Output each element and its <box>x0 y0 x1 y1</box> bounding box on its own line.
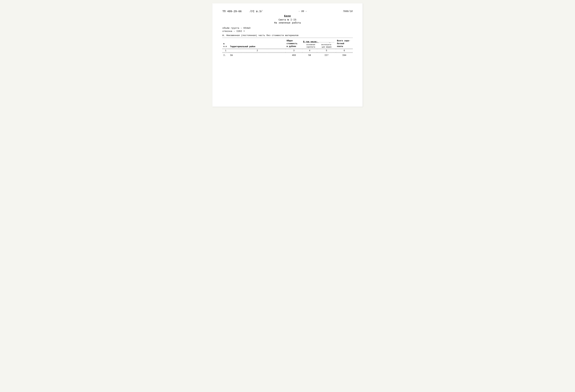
separator-top <box>222 38 353 38</box>
table-row: I. IА 493 58 II7 I04 <box>222 53 353 57</box>
col-num-5: 5 <box>317 49 336 52</box>
col-header-num: № п.п <box>222 39 229 48</box>
col-header-region: Территориальный район <box>229 39 286 48</box>
row-region: IА <box>229 53 286 57</box>
doc-volume: /УI в.3/ <box>250 10 263 13</box>
col-num-2: 2 <box>229 49 286 52</box>
header-right-code: 7606/10 <box>343 10 353 13</box>
row-basic-salary: 58 <box>302 53 317 57</box>
section-a-header: А. Неизменная (постоянная) часть без сто… <box>222 34 353 37</box>
col-num-6: 6 <box>336 49 353 52</box>
row-total: 493 <box>286 53 302 57</box>
row-all-salary: I04 <box>336 53 353 57</box>
header: ТП 409-29-66 /УI в.3/ - 99 - 7606/10 <box>222 10 353 13</box>
col-header-total: Общая стоимость в рублях <box>286 39 302 48</box>
estimate-number: Смета № I-I5 <box>222 19 353 21</box>
col-header-in-total: В том числе: основная зарплата эксплуата… <box>302 39 336 48</box>
header-page-num: - 99 - <box>298 10 307 13</box>
header-left: ТП 409-29-66 /УI в.3/ <box>222 10 263 13</box>
col-numbers-row: 1 2 3 4 5 6 <box>222 49 353 52</box>
row-exploit: II7 <box>317 53 336 57</box>
table-header-row: № п.п Территориальный район Общая стоимо… <box>222 39 353 48</box>
col-header-all-salary: Всего зара- ботной платы <box>336 39 353 48</box>
doc-code: ТП 409-29-66 <box>222 10 241 13</box>
col-num-4: 4 <box>302 49 317 52</box>
doc-title: Бани <box>222 15 353 18</box>
row-num: I. <box>222 53 229 57</box>
volume-info: объём грунта – 654м3 <box>222 27 353 29</box>
haul-info: отвозка – I26I т <box>222 30 353 33</box>
title-section: Бани Смета № I-I5 На земляные работы <box>222 15 353 24</box>
col-num-3: 3 <box>286 49 302 52</box>
document-page: ТП 409-29-66 /УI в.3/ - 99 - 7606/10 Бан… <box>212 3 363 107</box>
estimate-subject: На земляные работы <box>222 22 353 24</box>
estimate-table: № п.п Территориальный район Общая стоимо… <box>222 39 353 57</box>
col-num-1: 1 <box>222 49 229 52</box>
